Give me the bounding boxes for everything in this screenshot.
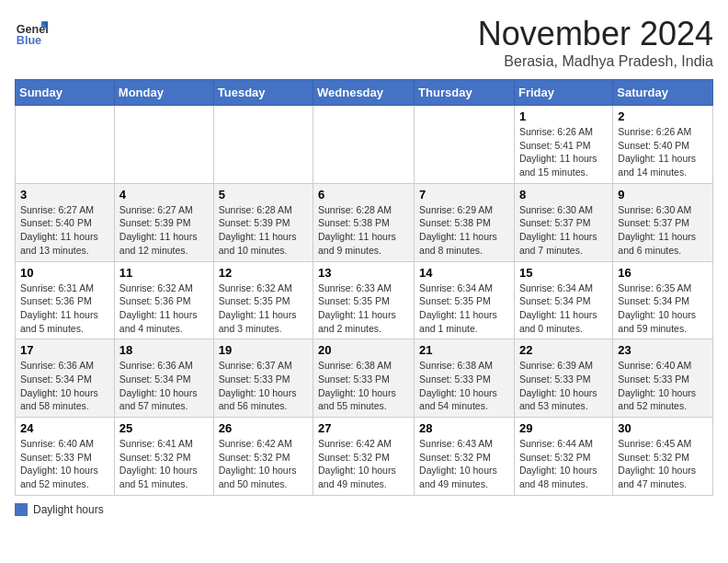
day-info: Sunrise: 6:42 AM Sunset: 5:32 PM Dayligh… [318, 437, 409, 491]
day-info: Sunrise: 6:40 AM Sunset: 5:33 PM Dayligh… [20, 437, 109, 491]
day-cell: 13Sunrise: 6:33 AM Sunset: 5:35 PM Dayli… [313, 261, 415, 339]
day-number: 17 [20, 343, 109, 357]
day-cell: 30Sunrise: 6:45 AM Sunset: 5:32 PM Dayli… [613, 418, 713, 496]
page-header: General Blue November 2024 Berasia, Madh… [15, 15, 713, 70]
day-cell: 11Sunrise: 6:32 AM Sunset: 5:36 PM Dayli… [114, 261, 213, 339]
legend: Daylight hours [15, 503, 713, 516]
day-number: 19 [219, 343, 308, 357]
day-cell [415, 106, 515, 184]
day-cell: 9Sunrise: 6:30 AM Sunset: 5:37 PM Daylig… [613, 183, 713, 261]
day-number: 21 [419, 343, 509, 357]
day-number: 11 [119, 266, 209, 280]
week-row-3: 10Sunrise: 6:31 AM Sunset: 5:36 PM Dayli… [16, 261, 713, 339]
day-info: Sunrise: 6:28 AM Sunset: 5:39 PM Dayligh… [219, 203, 308, 258]
day-cell: 14Sunrise: 6:34 AM Sunset: 5:35 PM Dayli… [415, 261, 515, 339]
day-cell: 8Sunrise: 6:30 AM Sunset: 5:37 PM Daylig… [514, 183, 612, 261]
day-cell: 24Sunrise: 6:40 AM Sunset: 5:33 PM Dayli… [16, 418, 115, 496]
day-number: 22 [519, 343, 608, 357]
weekday-sunday: Sunday [16, 80, 115, 106]
day-info: Sunrise: 6:31 AM Sunset: 5:36 PM Dayligh… [20, 282, 109, 336]
day-cell: 27Sunrise: 6:42 AM Sunset: 5:32 PM Dayli… [313, 418, 415, 496]
day-number: 9 [618, 188, 708, 201]
day-number: 12 [219, 266, 308, 280]
day-cell [114, 106, 213, 184]
day-number: 6 [318, 188, 409, 201]
day-info: Sunrise: 6:40 AM Sunset: 5:33 PM Dayligh… [618, 359, 708, 413]
day-cell: 23Sunrise: 6:40 AM Sunset: 5:33 PM Dayli… [613, 339, 713, 418]
day-info: Sunrise: 6:45 AM Sunset: 5:32 PM Dayligh… [618, 437, 708, 491]
day-cell: 26Sunrise: 6:42 AM Sunset: 5:32 PM Dayli… [213, 418, 313, 496]
day-info: Sunrise: 6:42 AM Sunset: 5:32 PM Dayligh… [219, 437, 308, 491]
day-cell [213, 106, 313, 184]
day-cell: 6Sunrise: 6:28 AM Sunset: 5:38 PM Daylig… [313, 183, 415, 261]
weekday-tuesday: Tuesday [213, 80, 313, 106]
day-number: 30 [618, 421, 708, 435]
week-row-1: 1Sunrise: 6:26 AM Sunset: 5:41 PM Daylig… [16, 106, 713, 184]
day-cell: 3Sunrise: 6:27 AM Sunset: 5:40 PM Daylig… [16, 183, 115, 261]
day-info: Sunrise: 6:32 AM Sunset: 5:36 PM Dayligh… [119, 282, 209, 336]
day-number: 24 [20, 421, 109, 435]
day-number: 13 [318, 266, 409, 280]
day-info: Sunrise: 6:26 AM Sunset: 5:40 PM Dayligh… [618, 125, 708, 179]
day-number: 20 [318, 343, 409, 357]
day-cell: 20Sunrise: 6:38 AM Sunset: 5:33 PM Dayli… [313, 339, 415, 418]
day-info: Sunrise: 6:34 AM Sunset: 5:35 PM Dayligh… [419, 282, 509, 336]
day-number: 23 [618, 343, 708, 357]
day-cell [313, 106, 415, 184]
day-cell: 15Sunrise: 6:34 AM Sunset: 5:34 PM Dayli… [514, 261, 612, 339]
week-row-2: 3Sunrise: 6:27 AM Sunset: 5:40 PM Daylig… [16, 183, 713, 261]
day-number: 28 [419, 421, 509, 435]
day-number: 3 [20, 188, 109, 201]
day-cell: 1Sunrise: 6:26 AM Sunset: 5:41 PM Daylig… [514, 106, 612, 184]
day-number: 1 [519, 109, 608, 123]
day-info: Sunrise: 6:43 AM Sunset: 5:32 PM Dayligh… [419, 437, 509, 491]
day-info: Sunrise: 6:33 AM Sunset: 5:35 PM Dayligh… [318, 282, 409, 336]
legend-label: Daylight hours [33, 503, 104, 516]
day-cell: 5Sunrise: 6:28 AM Sunset: 5:39 PM Daylig… [213, 183, 313, 261]
day-number: 10 [20, 266, 109, 280]
day-number: 26 [219, 421, 308, 435]
day-cell: 16Sunrise: 6:35 AM Sunset: 5:34 PM Dayli… [613, 261, 713, 339]
day-info: Sunrise: 6:29 AM Sunset: 5:38 PM Dayligh… [419, 203, 509, 258]
day-cell: 19Sunrise: 6:37 AM Sunset: 5:33 PM Dayli… [213, 339, 313, 418]
day-info: Sunrise: 6:36 AM Sunset: 5:34 PM Dayligh… [119, 359, 209, 413]
day-number: 15 [519, 266, 608, 280]
day-cell: 18Sunrise: 6:36 AM Sunset: 5:34 PM Dayli… [114, 339, 213, 418]
day-number: 8 [519, 188, 608, 201]
location: Berasia, Madhya Pradesh, India [478, 53, 713, 70]
day-info: Sunrise: 6:36 AM Sunset: 5:34 PM Dayligh… [20, 359, 109, 413]
day-info: Sunrise: 6:26 AM Sunset: 5:41 PM Dayligh… [519, 125, 608, 179]
month-title: November 2024 [478, 15, 713, 53]
day-number: 27 [318, 421, 409, 435]
day-number: 29 [519, 421, 608, 435]
day-number: 18 [119, 343, 209, 357]
logo: General Blue [15, 15, 48, 48]
weekday-header-row: SundayMondayTuesdayWednesdayThursdayFrid… [16, 80, 713, 106]
day-cell: 28Sunrise: 6:43 AM Sunset: 5:32 PM Dayli… [415, 418, 515, 496]
day-info: Sunrise: 6:39 AM Sunset: 5:33 PM Dayligh… [519, 359, 608, 413]
day-number: 16 [618, 266, 708, 280]
week-row-4: 17Sunrise: 6:36 AM Sunset: 5:34 PM Dayli… [16, 339, 713, 418]
day-info: Sunrise: 6:41 AM Sunset: 5:32 PM Dayligh… [119, 437, 209, 491]
day-number: 14 [419, 266, 509, 280]
day-info: Sunrise: 6:37 AM Sunset: 5:33 PM Dayligh… [219, 359, 308, 413]
day-number: 7 [419, 188, 509, 201]
day-info: Sunrise: 6:35 AM Sunset: 5:34 PM Dayligh… [618, 282, 708, 336]
weekday-monday: Monday [114, 80, 213, 106]
day-cell: 22Sunrise: 6:39 AM Sunset: 5:33 PM Dayli… [514, 339, 612, 418]
day-info: Sunrise: 6:30 AM Sunset: 5:37 PM Dayligh… [519, 203, 608, 258]
day-cell: 29Sunrise: 6:44 AM Sunset: 5:32 PM Dayli… [514, 418, 612, 496]
day-info: Sunrise: 6:38 AM Sunset: 5:33 PM Dayligh… [318, 359, 409, 413]
day-info: Sunrise: 6:28 AM Sunset: 5:38 PM Dayligh… [318, 203, 409, 258]
day-info: Sunrise: 6:27 AM Sunset: 5:39 PM Dayligh… [119, 203, 209, 258]
day-cell: 4Sunrise: 6:27 AM Sunset: 5:39 PM Daylig… [114, 183, 213, 261]
day-number: 4 [119, 188, 209, 201]
svg-text:Blue: Blue [17, 34, 41, 47]
day-cell: 12Sunrise: 6:32 AM Sunset: 5:35 PM Dayli… [213, 261, 313, 339]
day-cell: 7Sunrise: 6:29 AM Sunset: 5:38 PM Daylig… [415, 183, 515, 261]
day-cell: 21Sunrise: 6:38 AM Sunset: 5:33 PM Dayli… [415, 339, 515, 418]
day-cell: 17Sunrise: 6:36 AM Sunset: 5:34 PM Dayli… [16, 339, 115, 418]
title-block: November 2024 Berasia, Madhya Pradesh, I… [478, 15, 713, 70]
day-info: Sunrise: 6:38 AM Sunset: 5:33 PM Dayligh… [419, 359, 509, 413]
day-info: Sunrise: 6:27 AM Sunset: 5:40 PM Dayligh… [20, 203, 109, 258]
